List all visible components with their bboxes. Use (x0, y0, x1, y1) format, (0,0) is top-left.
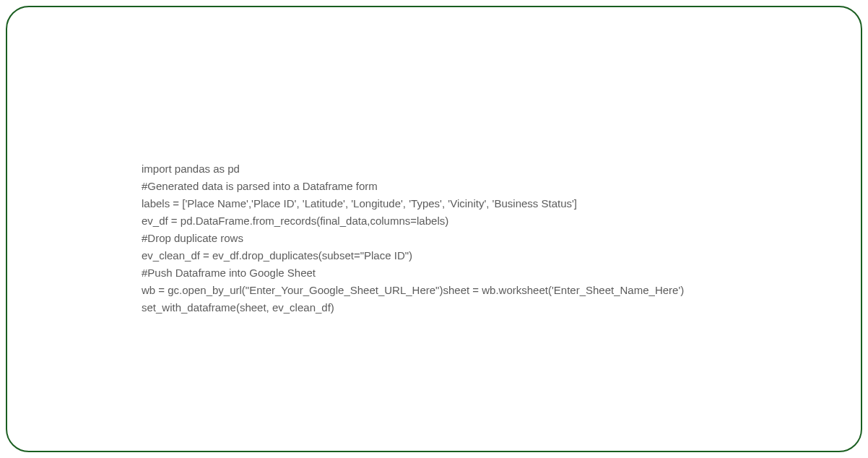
code-block: import pandas as pd #Generated data is p… (142, 160, 726, 316)
code-line: #Push Dataframe into Google Sheet (142, 264, 726, 282)
code-line: labels = ['Place Name','Place ID', 'Lati… (142, 195, 726, 212)
code-line: #Generated data is parsed into a Datafra… (142, 178, 726, 195)
code-line: ev_df = pd.DataFrame.from_records(final_… (142, 212, 726, 230)
code-line: #Drop duplicate rows (142, 230, 726, 247)
code-line: ev_clean_df = ev_df.drop_duplicates(subs… (142, 247, 726, 264)
code-line: wb = gc.open_by_url("Enter_Your_Google_S… (142, 282, 726, 299)
code-line: set_with_dataframe(sheet, ev_clean_df) (142, 299, 726, 316)
document-frame: import pandas as pd #Generated data is p… (6, 6, 862, 452)
code-line: import pandas as pd (142, 160, 726, 178)
